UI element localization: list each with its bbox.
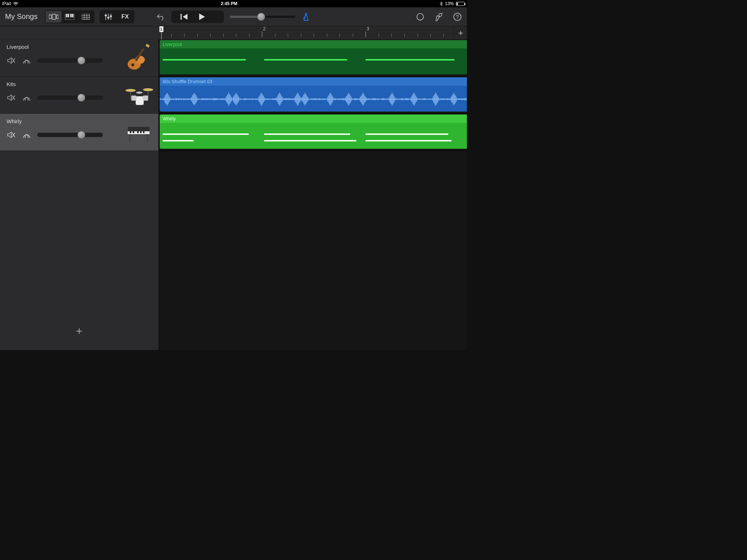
svg-point-47 (136, 92, 143, 94)
clock: 2:45 PM (221, 1, 237, 6)
add-section-button[interactable]: ＋ (454, 26, 467, 39)
svg-rect-20 (107, 17, 109, 18)
controls-switcher: FX (100, 10, 135, 23)
svg-point-44 (136, 96, 144, 105)
svg-line-27 (441, 13, 442, 14)
svg-rect-52 (130, 131, 131, 133)
play-button[interactable] (198, 13, 206, 21)
back-to-songs[interactable]: My Songs (5, 12, 38, 21)
solo-button[interactable] (22, 93, 31, 102)
help-button[interactable]: ? (453, 12, 462, 21)
svg-rect-57 (129, 134, 131, 142)
mixer-button[interactable] (100, 11, 116, 23)
ruler[interactable]: 1 ＋ 23 (158, 26, 467, 39)
svg-rect-5 (68, 14, 69, 17)
track-volume[interactable] (37, 96, 103, 100)
svg-rect-54 (137, 131, 139, 133)
view-switcher (45, 10, 94, 23)
electric-piano-icon (124, 118, 155, 147)
add-track-button[interactable]: ＋ (74, 323, 85, 338)
battery-icon (456, 2, 465, 6)
svg-rect-55 (140, 131, 142, 133)
keyboard-view-button[interactable] (62, 11, 78, 23)
tracks-view-button[interactable] (46, 11, 62, 23)
track-header[interactable]: Whirly (0, 114, 158, 151)
transport (156, 11, 311, 23)
master-volume[interactable] (230, 16, 295, 18)
svg-rect-56 (143, 131, 144, 133)
svg-point-26 (439, 13, 442, 16)
track-header[interactable]: Kits (0, 77, 158, 114)
svg-rect-21 (110, 16, 112, 17)
track-volume[interactable] (37, 58, 103, 63)
svg-rect-19 (105, 15, 107, 16)
solo-button[interactable] (22, 56, 31, 65)
svg-rect-1 (52, 14, 56, 19)
waveform (160, 91, 467, 107)
svg-point-36 (131, 63, 134, 66)
drum-kit-icon (124, 81, 155, 109)
metronome-button[interactable] (301, 12, 311, 22)
svg-rect-22 (181, 14, 182, 20)
toolbar: My Songs FX (0, 7, 467, 26)
battery-pct: 13% (445, 1, 454, 6)
midi-region[interactable]: Liverpool (160, 40, 467, 74)
svg-rect-50 (128, 127, 150, 131)
region-label: 60s Shuffle Drumset 03 (160, 77, 467, 86)
settings-button[interactable] (434, 12, 444, 22)
track-sidebar: Liverpool Kits (0, 26, 158, 350)
device-label: iPad (2, 1, 11, 6)
track-volume[interactable] (37, 133, 103, 137)
svg-rect-4 (66, 14, 67, 17)
timeline[interactable]: 1 ＋ 23 Liverpool 60s Shuffle Drumset 03 … (158, 26, 467, 350)
bass-guitar-icon (124, 44, 155, 72)
region-label: Liverpool (160, 40, 467, 48)
region-label: Whirly (160, 114, 467, 123)
wifi-icon (13, 2, 18, 6)
svg-rect-35 (146, 44, 150, 48)
svg-rect-6 (70, 14, 71, 17)
svg-rect-45 (131, 96, 136, 101)
mute-button[interactable] (7, 130, 16, 140)
grid-view-button[interactable] (78, 11, 94, 23)
audio-region[interactable]: 60s Shuffle Drumset 03 (160, 77, 467, 112)
undo-button[interactable] (156, 11, 166, 23)
track-lane[interactable]: Whirly (158, 114, 467, 151)
svg-rect-58 (147, 134, 148, 142)
svg-rect-46 (143, 96, 148, 101)
mute-button[interactable] (7, 56, 16, 65)
track-lane[interactable]: Liverpool (158, 39, 467, 77)
svg-point-25 (417, 13, 423, 20)
loop-button[interactable] (416, 12, 425, 21)
track-lane[interactable]: 60s Shuffle Drumset 03 (158, 77, 467, 114)
svg-rect-53 (133, 131, 134, 133)
go-to-start-button[interactable] (180, 13, 188, 20)
svg-rect-7 (72, 14, 73, 17)
statusbar: iPad 2:45 PM 13% (0, 0, 467, 7)
svg-text:?: ? (456, 14, 459, 20)
fx-button[interactable]: FX (116, 11, 134, 23)
solo-button[interactable] (22, 130, 31, 140)
workspace: Liverpool Kits (0, 26, 467, 350)
track-header[interactable]: Liverpool (0, 39, 158, 77)
playhead[interactable]: 1 (159, 26, 163, 39)
svg-rect-2 (57, 15, 58, 19)
bluetooth-icon (440, 1, 443, 6)
svg-rect-0 (49, 15, 51, 19)
mute-button[interactable] (7, 93, 16, 102)
midi-region[interactable]: Whirly (160, 114, 467, 149)
